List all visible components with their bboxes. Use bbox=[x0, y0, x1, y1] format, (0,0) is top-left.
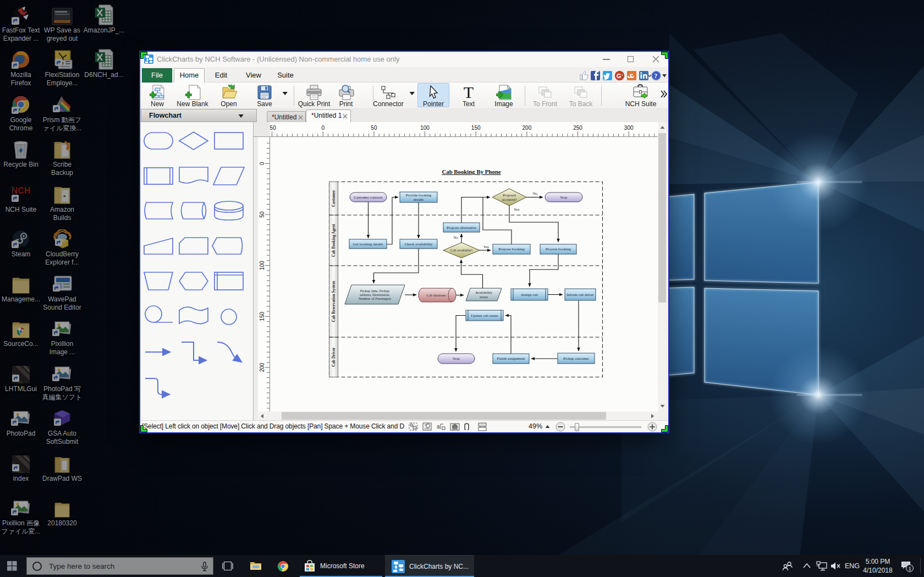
svg-text:Update cab status: Update cab status bbox=[471, 314, 498, 318]
svg-text:0: 0 bbox=[259, 162, 265, 165]
svg-text:status: status bbox=[480, 295, 488, 299]
svg-text:Customer contacts: Customer contacts bbox=[354, 195, 383, 200]
svg-text:Cab Reservation System: Cab Reservation System bbox=[332, 281, 336, 322]
svg-text:150: 150 bbox=[259, 312, 265, 321]
svg-text:G: G bbox=[617, 73, 622, 79]
svg-text:Inform cab driver: Inform cab driver bbox=[566, 293, 594, 297]
svg-text:Cab Driver: Cab Driver bbox=[332, 347, 336, 367]
svg-text:300: 300 bbox=[624, 125, 634, 131]
svg-text:100: 100 bbox=[259, 261, 265, 270]
svg-text:No: No bbox=[533, 191, 538, 196]
svg-text:250: 250 bbox=[573, 125, 582, 131]
svg-text:Stop: Stop bbox=[453, 356, 460, 361]
svg-text:Check availability: Check availability bbox=[404, 242, 433, 246]
svg-text:Availability: Availability bbox=[475, 290, 493, 294]
svg-text:Cab Booking Agent: Cab Booking Agent bbox=[332, 223, 336, 257]
svg-text:Pickup customer: Pickup customer bbox=[563, 356, 590, 361]
svg-text:Get booking details: Get booking details bbox=[353, 242, 383, 246]
svg-text:50: 50 bbox=[371, 125, 377, 131]
svg-text:100: 100 bbox=[420, 125, 430, 131]
svg-text:200: 200 bbox=[522, 125, 532, 131]
svg-text:accepted?: accepted? bbox=[502, 197, 517, 201]
svg-text:0: 0 bbox=[321, 125, 324, 131]
svg-text:200: 200 bbox=[259, 362, 265, 372]
svg-text:a: a bbox=[437, 424, 440, 430]
svg-text:Pickup time, Pickup: Pickup time, Pickup bbox=[360, 289, 390, 293]
svg-text:150: 150 bbox=[471, 125, 481, 131]
svg-text:-50: -50 bbox=[270, 125, 276, 131]
svg-text:Yes: Yes bbox=[514, 207, 519, 212]
svg-text:Cab available?: Cab available? bbox=[450, 248, 472, 252]
svg-text:Cab database: Cab database bbox=[427, 293, 446, 297]
svg-text:No: No bbox=[453, 235, 458, 240]
svg-text:Assign cab: Assign cab bbox=[521, 293, 538, 297]
svg-text:1: 1 bbox=[909, 566, 911, 571]
svg-text:Finish assignment: Finish assignment bbox=[497, 356, 525, 361]
svg-text:details: details bbox=[414, 197, 424, 202]
svg-text:Cab Booking By Phone: Cab Booking By Phone bbox=[442, 168, 501, 175]
svg-text:50: 50 bbox=[259, 211, 265, 218]
svg-text:Proposal: Proposal bbox=[503, 193, 516, 197]
svg-text:Number of Passengers: Number of Passengers bbox=[359, 296, 392, 300]
svg-text:Propose booking: Propose booking bbox=[498, 247, 525, 251]
svg-text:?: ? bbox=[654, 72, 657, 80]
svg-text:Yes: Yes bbox=[483, 245, 489, 249]
svg-text:Stop: Stop bbox=[560, 195, 568, 200]
svg-text:Propose alternative: Propose alternative bbox=[447, 226, 476, 230]
svg-text:Process booking: Process booking bbox=[546, 247, 571, 251]
svg-text:NCH: NCH bbox=[12, 186, 31, 195]
svg-text:Customer: Customer bbox=[332, 190, 336, 207]
svg-text:address, Destination,: address, Destination, bbox=[360, 293, 390, 296]
